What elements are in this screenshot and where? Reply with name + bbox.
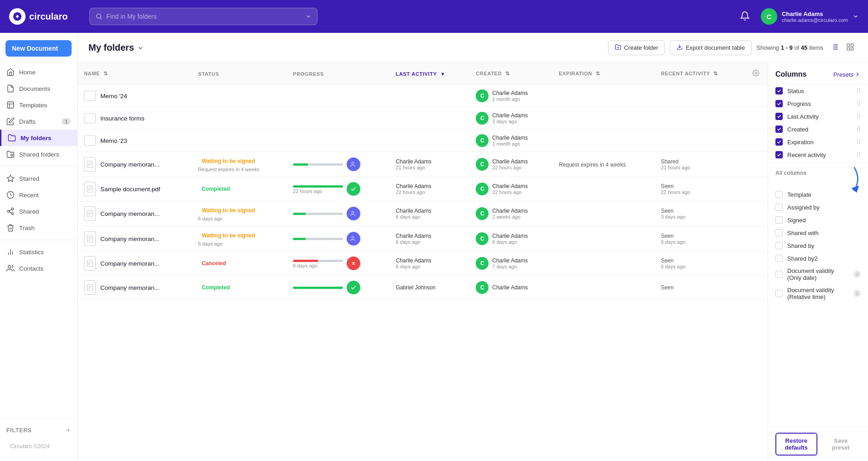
column-item[interactable]: Created ⠿ [768,123,868,136]
table-row[interactable]: Company memoran... Waiting to be signed … [78,152,768,177]
doc-icon [84,182,96,196]
sidebar-item-label: Home [19,69,36,76]
avatar: C [761,8,777,25]
sidebar-item-templates[interactable]: Templates [0,97,77,113]
col-checkbox-unchecked[interactable] [775,255,783,262]
drag-handle[interactable]: ⠿ [856,138,861,146]
sidebar-item-my-folders[interactable]: My folders [0,130,77,146]
export-icon [676,44,683,52]
column-item[interactable]: Shared by [768,239,868,252]
svg-point-44 [352,211,354,214]
sidebar-item-shared[interactable]: Shared [0,203,77,220]
expiration-cell: Request expires in 4 weeks [552,152,655,177]
sidebar-item-home[interactable]: Home [0,64,77,80]
col-checkbox-unchecked[interactable] [775,229,783,236]
col-label: Shared with [787,230,861,236]
column-item[interactable]: Progress ⠿ [768,97,868,110]
col-checkbox-checked[interactable] [775,151,783,158]
sidebar-item-label: Templates [19,102,47,109]
col-checkbox-unchecked[interactable] [775,216,783,224]
restore-defaults-button[interactable]: Restore defaults [775,433,817,456]
column-item[interactable]: Expiration ⠿ [768,136,868,148]
sidebar-item-trash[interactable]: Trash [0,220,77,236]
column-item[interactable]: Shared with [768,226,868,239]
folder-title[interactable]: My folders [88,42,144,53]
table-row[interactable]: Memo '24 C Charlie Adams 1 month ago [78,85,768,107]
col-checkbox-checked[interactable] [775,100,783,107]
drag-handle[interactable]: ⠿ [856,126,861,133]
sidebar-item-drafts[interactable]: Drafts 1 [0,113,77,130]
svg-rect-29 [847,48,849,50]
column-item[interactable]: Assigned by [768,201,868,214]
column-item[interactable]: Document validity (Relative time) i [768,284,868,303]
sidebar-item-contacts[interactable]: Contacts [0,260,77,277]
create-folder-button[interactable]: Create folder [608,40,665,55]
drag-handle[interactable]: ⠿ [856,87,861,94]
col-checkbox-unchecked[interactable] [775,204,783,211]
add-filter-button[interactable]: + [66,426,71,435]
presets-link[interactable]: Presets [833,71,861,78]
col-checkbox-checked[interactable] [775,87,783,94]
col-checkbox-unchecked[interactable] [775,290,783,297]
col-checkbox-checked[interactable] [775,138,783,146]
col-label: Shared by2 [787,255,861,262]
notifications-button[interactable] [736,7,754,26]
column-item[interactable]: Status ⠿ [768,84,868,97]
creator-avatar: C [476,158,489,171]
sidebar-item-recent[interactable]: Recent [0,187,77,203]
col-recent-activity[interactable]: RECENT ACTIVITY ⇅ [655,63,744,85]
col-progress: PROGRESS [286,63,389,85]
sidebar-item-documents[interactable]: Documents [0,80,77,97]
table-row[interactable]: Sample document.pdf Completed 22 hours a… [78,177,768,201]
table-row[interactable]: Company memoran... Completed Gabriel Joh… [78,276,768,300]
svg-rect-26 [847,44,849,46]
column-settings-button[interactable] [750,68,761,80]
col-checkbox-checked[interactable] [775,126,783,133]
recent-activity-cell [655,130,744,152]
sidebar-item-starred[interactable]: Starred [0,170,77,187]
col-checkbox-unchecked[interactable] [775,271,783,278]
col-checkbox-unchecked[interactable] [775,242,783,249]
save-preset-button[interactable]: Save preset [821,433,861,456]
col-label: Document validity (Relative time) [787,287,849,300]
new-document-button[interactable]: New Document [5,40,72,57]
col-name[interactable]: NAME ⇅ [78,63,192,85]
table-row[interactable]: Memo '23 C Charlie Adams 1 month ago [78,130,768,152]
svg-line-11 [9,212,11,213]
column-item[interactable]: Recent activity ⠿ [768,148,868,161]
export-table-button[interactable]: Export document table [670,40,752,55]
column-item[interactable]: Shared by2 [768,252,868,265]
grid-view-button[interactable] [843,40,857,55]
col-checkbox-unchecked[interactable] [775,191,783,198]
user-menu[interactable]: C Charlie Adams charlie.adams@circularo.… [761,8,859,25]
col-expiration[interactable]: EXPIRATION ⇅ [552,63,655,85]
sort-icon: ⇅ [104,71,108,77]
search-input[interactable] [106,8,301,25]
col-created[interactable]: CREATED ⇅ [469,63,552,85]
svg-point-30 [755,72,757,74]
shared-icon [6,207,15,215]
sidebar-item-statistics[interactable]: Statistics [0,244,77,260]
table-row[interactable]: Company memoran... Waiting to be signed … [78,201,768,226]
column-item[interactable]: Document validity (Only date) i [768,265,868,284]
search-bar[interactable] [89,8,317,25]
table-row[interactable]: Company memoran... Canceled 6 days ago [78,251,768,276]
expiration-cell [552,85,655,107]
drag-handle[interactable]: ⠿ [856,113,861,120]
col-last-activity[interactable]: LAST ACTIVITY ▼ [390,63,470,85]
check-icon [777,89,781,93]
drag-handle[interactable]: ⠿ [856,100,861,107]
table-row[interactable]: Company memoran... Waiting to be signed … [78,226,768,251]
sidebar-item-label: Trash [19,225,35,231]
sidebar-item-shared-folders[interactable]: Shared folders [0,146,77,162]
col-checkbox-checked[interactable] [775,113,783,120]
search-dropdown-icon[interactable] [305,13,312,20]
column-item[interactable]: Last Activity ⠿ [768,110,868,123]
drag-handle[interactable]: ⠿ [856,151,861,158]
table-row[interactable]: Insurance forms C Charlie Adams 3 days a… [78,107,768,130]
draft-icon [6,117,15,126]
column-item[interactable]: Signed [768,214,868,226]
content-header: My folders Create folder Export document… [78,33,868,63]
list-view-button[interactable] [828,40,842,55]
last-activity-cell: Charlie Adams 22 hours ago [390,177,470,201]
